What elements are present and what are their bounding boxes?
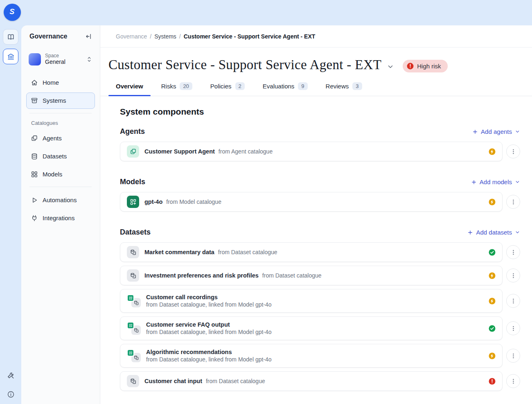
dots-vertical-icon — [510, 148, 517, 155]
info-icon — [7, 390, 15, 398]
dataset-icon — [127, 375, 139, 387]
risk-badge-label: High risk — [417, 63, 441, 70]
systems-icon — [31, 97, 38, 104]
tab-policies[interactable]: Policies2 — [203, 81, 252, 96]
sidebar-catalogues: Agents Datasets Models — [21, 130, 100, 183]
tab-risks[interactable]: Risks20 — [154, 81, 200, 96]
sidebar-item-models[interactable]: Models — [26, 166, 95, 183]
sidebar-nav: Home Systems — [21, 74, 100, 109]
item-meta: from Dataset catalogue, linked from Mode… — [146, 356, 272, 363]
updown-chevron-icon — [86, 56, 92, 63]
collapse-icon — [85, 33, 92, 40]
tools-button[interactable] — [7, 371, 15, 380]
item-meta: from Model catalogue — [166, 199, 221, 205]
component-card[interactable]: Customer service FAQ outputfrom Dataset … — [120, 316, 503, 340]
nav-label: Systems — [43, 97, 66, 104]
breadcrumb-item[interactable]: Systems — [154, 33, 176, 40]
automations-icon — [31, 196, 38, 204]
section-title: Agents — [120, 127, 145, 136]
dots-vertical-icon — [510, 352, 517, 359]
app-logo[interactable] — [4, 4, 21, 21]
item-meta: from Dataset catalogue — [262, 272, 322, 279]
rail-item-governance[interactable] — [3, 49, 18, 64]
space-selector[interactable]: Space General — [26, 51, 95, 68]
dots-vertical-icon — [510, 199, 517, 205]
main-content: Governance / Systems / Customer Service … — [100, 25, 532, 404]
models-icon — [31, 171, 38, 178]
item-name: Customer service FAQ output — [146, 321, 230, 328]
tab-overview[interactable]: Overview — [108, 81, 151, 96]
dots-vertical-icon — [510, 378, 517, 385]
tab-label: Evaluations — [263, 83, 295, 90]
component-row: Customer service FAQ outputfrom Dataset … — [120, 316, 520, 340]
sidebar-item-agents[interactable]: Agents — [26, 130, 95, 147]
sidebar-item-integrations[interactable]: Integrations — [26, 210, 95, 226]
component-card[interactable]: Customer chat inputfrom Dataset catalogu… — [120, 371, 503, 391]
component-card[interactable]: Customer Support Agentfrom Agent catalog… — [120, 142, 503, 161]
item-name: Market commentary data — [144, 249, 214, 255]
add-models-button[interactable]: Add models — [471, 178, 520, 185]
component-card[interactable]: Customer call recordingsfrom Dataset cat… — [120, 289, 503, 313]
add-agents-button[interactable]: Add agents — [472, 128, 520, 135]
mini-model-icon — [127, 294, 134, 302]
dataset-linked-icon — [127, 349, 141, 362]
item-meta: from Dataset catalogue, linked from Mode… — [146, 301, 272, 308]
row-menu-button[interactable] — [506, 269, 520, 282]
title-chevron-down-icon[interactable] — [387, 63, 394, 70]
mini-model-icon — [127, 322, 134, 329]
breadcrumb-separator: / — [150, 33, 151, 40]
tab-evaluations[interactable]: Evaluations9 — [255, 81, 315, 96]
tab-count-badge: 2 — [235, 82, 245, 90]
nav-label: Agents — [43, 135, 62, 142]
component-card[interactable]: Market commentary datafrom Dataset catal… — [120, 242, 503, 262]
plus-icon — [467, 230, 473, 235]
breadcrumb-item[interactable]: Governance — [116, 33, 147, 40]
row-menu-button[interactable] — [506, 349, 520, 363]
model-icon — [127, 196, 139, 208]
left-rail — [0, 25, 21, 404]
item-name: Investment preferences and risk profiles — [144, 272, 259, 279]
component-row: Customer chat inputfrom Dataset catalogu… — [120, 371, 520, 391]
status-yellow-icon — [489, 199, 496, 205]
sidebar-title: Governance — [29, 33, 67, 40]
dataset-icon — [127, 269, 139, 282]
section-heading: System components — [120, 107, 520, 117]
row-menu-button[interactable] — [506, 294, 520, 308]
sidebar-header: Governance — [21, 25, 100, 47]
info-button[interactable] — [7, 390, 15, 398]
component-row: Market commentary datafrom Dataset catal… — [120, 242, 520, 262]
item-meta: from Dataset catalogue — [206, 378, 265, 384]
sidebar-item-home[interactable]: Home — [26, 74, 95, 91]
component-card[interactable]: Investment preferences and risk profiles… — [120, 266, 503, 285]
section-title: Models — [120, 178, 145, 186]
page-header: Customer Service - Support Service Agent… — [100, 47, 532, 72]
collapse-sidebar-button[interactable] — [84, 32, 93, 41]
sidebar-item-systems[interactable]: Systems — [26, 93, 95, 109]
add-button-label: Add datasets — [476, 229, 512, 236]
row-menu-button[interactable] — [506, 245, 520, 259]
section-datasets: DatasetsAdd datasetsMarket commentary da… — [120, 228, 520, 391]
section-title: Datasets — [120, 228, 151, 237]
sidebar-item-automations[interactable]: Automations — [26, 192, 95, 208]
tab-reviews[interactable]: Reviews3 — [318, 81, 370, 96]
row-menu-button[interactable] — [506, 374, 520, 388]
row-menu-button[interactable] — [506, 144, 520, 158]
item-name: gpt-4o — [144, 199, 162, 205]
component-card[interactable]: Algorithmic recommendationsfrom Dataset … — [120, 344, 503, 368]
space-name: General — [45, 59, 65, 66]
sidebar-tools: Automations Integrations — [21, 192, 100, 226]
sidebar-item-datasets[interactable]: Datasets — [26, 148, 95, 165]
row-menu-button[interactable] — [506, 321, 520, 335]
status-yellow-icon — [489, 148, 496, 155]
add-button-label: Add agents — [481, 128, 512, 135]
risk-alert-icon — [407, 63, 414, 70]
item-name: Customer Support Agent — [144, 148, 215, 155]
item-meta: from Agent catalogue — [219, 148, 273, 155]
row-menu-button[interactable] — [506, 195, 520, 209]
breadcrumb-current: Customer Service - Support Service Agent… — [184, 33, 316, 40]
rail-item-library[interactable] — [3, 29, 18, 45]
item-name: Customer chat input — [144, 378, 202, 384]
dataset-icon — [127, 246, 139, 258]
add-datasets-button[interactable]: Add datasets — [467, 229, 520, 236]
component-card[interactable]: gpt-4ofrom Model catalogue — [120, 192, 503, 212]
